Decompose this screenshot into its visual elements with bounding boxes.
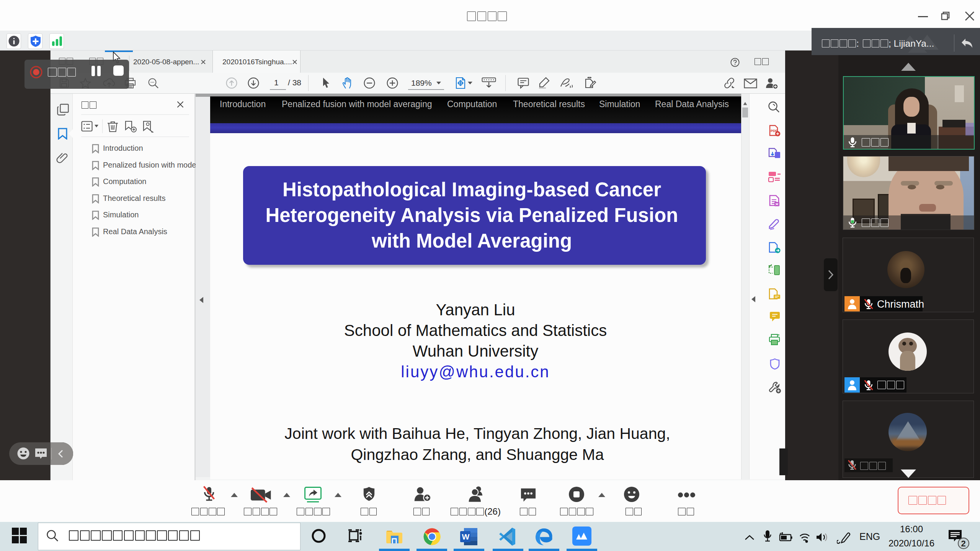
svg-text:2: 2 bbox=[961, 539, 966, 548]
svg-text:W: W bbox=[462, 532, 470, 541]
